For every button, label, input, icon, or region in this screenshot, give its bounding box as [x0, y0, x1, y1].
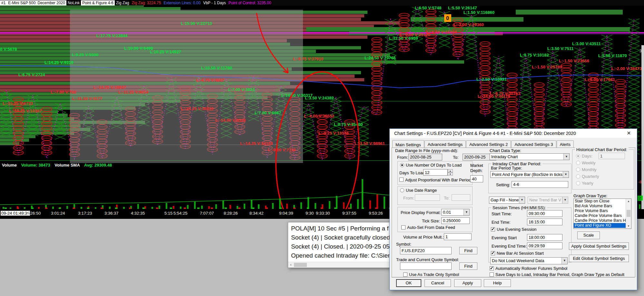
titlebar-segment[interactable]: Point & Figure 4-6: [81, 0, 115, 5]
chart-data-type-combo[interactable]: Intraday Chart ▼: [490, 153, 570, 160]
chevron-down-icon[interactable]: ▼: [561, 258, 567, 264]
scale-button[interactable]: Scale: [577, 231, 600, 239]
tab-advanced-settings-2[interactable]: Advanced Settings 2: [466, 140, 511, 148]
titlebar-segment[interactable]: #1: [0, 0, 7, 5]
svg-text:L:-3.00 V:29360: L:-3.00 V:29360: [454, 22, 484, 27]
weekend-data-combo[interactable]: Do Not Load Weekend Data ▼: [490, 257, 568, 264]
range-from-field[interactable]: [415, 194, 440, 201]
evening-end-time-field[interactable]: [527, 242, 562, 249]
titlebar-segment[interactable]: VbP - 1 Days: [202, 0, 227, 5]
setting-field[interactable]: [512, 181, 568, 188]
chart-settings-dialog[interactable]: Chart Settings - F.US.EPZ20 [CV] Point &…: [389, 128, 637, 290]
use-as-trade-only-checkbox[interactable]: [403, 272, 407, 277]
titlebar-segment[interactable]: Zig Zag: [115, 0, 131, 5]
historical-monthly-label: Monthly: [582, 167, 597, 172]
titlebar-segment[interactable]: Zig Zag: 3224.75: [131, 0, 162, 5]
graph-draw-type-item[interactable]: Point and Figure XO: [574, 223, 631, 228]
save-defaults-checkbox[interactable]: [490, 272, 494, 277]
use-evening-session-checkbox[interactable]: [491, 227, 495, 231]
new-trend-bar-value: New Trend Bar V: [529, 198, 562, 202]
chevron-down-icon[interactable]: ▼: [562, 197, 568, 203]
scrollbar-thumb[interactable]: [294, 263, 307, 267]
graph-draw-type-item[interactable]: Stair Step on Close: [574, 199, 631, 204]
trade-symbol-find-button[interactable]: Find: [459, 262, 477, 270]
edit-global-symbol-settings-button[interactable]: Edit Global Symbol Settings: [569, 255, 629, 262]
new-bar-at-session-start-checkbox[interactable]: [491, 251, 495, 255]
spinner-up-icon[interactable]: ▲: [448, 169, 453, 172]
gap-fill-combo[interactable]: Gap Fill - None ▼: [489, 197, 525, 204]
time-axis-label: 8:28:26: [224, 211, 238, 216]
svg-text:L:-11.25 V:9654: L:-11.25 V:9654: [118, 90, 149, 95]
historical-yearly-radio[interactable]: [576, 181, 580, 185]
svg-text:L:-11.50 V:4177: L:-11.50 V:4177: [72, 96, 102, 101]
market-depth-field[interactable]: [470, 175, 483, 182]
tick-size-field[interactable]: [441, 217, 470, 224]
scroll-down-icon[interactable]: ▼: [626, 224, 631, 229]
tab-advanced-settings-3[interactable]: Advanced Settings 3: [511, 140, 556, 148]
svg-text:L:-0.50 V:25120: L:-0.50 V:25120: [400, 32, 430, 37]
auto-rollover-checkbox[interactable]: [490, 266, 494, 270]
use-date-range-radio[interactable]: [400, 188, 404, 192]
chevron-down-icon[interactable]: ▼: [563, 171, 569, 178]
titlebar-segment[interactable]: NoLink: [66, 0, 81, 5]
time-axis-label: 09-24 01:49:35: [1, 211, 30, 216]
trade-symbol-field[interactable]: [400, 262, 452, 270]
spinner-down-icon[interactable]: ▼: [448, 172, 453, 176]
historical-days-field[interactable]: [599, 153, 625, 159]
evening-start-field[interactable]: [527, 234, 562, 241]
tab-alerts[interactable]: Alerts: [557, 140, 574, 148]
new-trend-bar-combo[interactable]: New Trend Bar V ▼: [528, 197, 568, 204]
adjust-proportional-checkbox[interactable]: [399, 178, 404, 182]
start-time-field[interactable]: [527, 210, 562, 217]
historical-monthly-radio[interactable]: [576, 168, 580, 172]
svg-text:-8: -8: [638, 180, 642, 184]
volume-at-price-mult-field[interactable]: [444, 233, 472, 240]
scroll-left-icon[interactable]: ‹: [288, 262, 294, 268]
range-to-field[interactable]: [452, 194, 470, 201]
chevron-down-icon[interactable]: ▼: [519, 197, 525, 203]
svg-text:L:7.00 V:3034: L:7.00 V:3034: [228, 87, 255, 92]
list-vertical-scrollbar[interactable]: ▲ ▼: [626, 199, 631, 229]
range-from-label: From:: [403, 196, 414, 200]
days-to-load-field[interactable]: [423, 169, 448, 176]
scrollbar-thumb[interactable]: [627, 210, 630, 217]
help-button[interactable]: Help: [484, 279, 511, 287]
ok-button[interactable]: OK: [396, 279, 421, 287]
setting-label: Setting:: [496, 182, 510, 187]
graph-draw-type-item[interactable]: Price Volume Bars: [574, 209, 631, 213]
dialog-titlebar[interactable]: Chart Settings - F.US.EPZ20 [CV] Point &…: [390, 129, 637, 138]
symbol-find-button[interactable]: Find: [459, 247, 477, 254]
time-axis-label: 9:30: [306, 211, 314, 216]
apply-global-symbol-settings-button[interactable]: Apply Global Symbol Settings: [569, 242, 629, 250]
cancel-button[interactable]: Cancel: [424, 279, 451, 287]
titlebar-segment[interactable]: E-Mini S&P 500: December 2020: [7, 0, 66, 5]
end-time-field[interactable]: [527, 219, 562, 225]
graph-draw-type-item[interactable]: Bid Ask Volume Bars: [574, 204, 631, 209]
chart-data-type-value: Intraday Chart: [491, 154, 563, 159]
historical-weekly-radio[interactable]: [576, 161, 580, 165]
bar-period-type-combo[interactable]: Point And Figure Bar (BoxSize in ticks ▼: [490, 171, 569, 178]
close-icon[interactable]: ✕: [625, 130, 632, 136]
scroll-up-icon[interactable]: ▲: [626, 199, 631, 204]
tab-advanced-settings[interactable]: Advanced Settings: [424, 140, 466, 148]
svg-text:L:6.50 V:5748: L:6.50 V:5748: [415, 5, 441, 10]
historical-days-radio[interactable]: [576, 154, 580, 158]
price-display-format-combo[interactable]: 0.01 ▼: [441, 209, 470, 216]
chevron-down-icon[interactable]: ▼: [463, 209, 469, 215]
date-from-field[interactable]: [408, 154, 442, 160]
price-display-format-label: Price Display Format:: [401, 210, 441, 215]
titlebar-segment[interactable]: Point of Control: 3235.00: [227, 0, 273, 5]
symbol-field[interactable]: [400, 247, 452, 254]
historical-quarterly-radio[interactable]: [576, 174, 580, 179]
titlebar-segment[interactable]: Extension Lines: 0.00: [162, 0, 202, 5]
graph-draw-type-item[interactable]: Candle Price Volume Bars: [574, 213, 631, 218]
auto-set-checkbox[interactable]: [401, 225, 405, 230]
graph-draw-type-item[interactable]: Candle Price Volume Bars Holl: [574, 218, 631, 223]
chevron-down-icon[interactable]: ▼: [563, 154, 569, 160]
graph-draw-type-list[interactable]: Stair Step on CloseBid Ask Volume BarsPr…: [573, 199, 631, 229]
svg-text:L:-15.25 V:6723: L:-15.25 V:6723: [3, 101, 33, 106]
use-number-of-days-radio[interactable]: [400, 163, 404, 167]
apply-button[interactable]: Apply: [454, 279, 481, 287]
svg-text:L:-10.25 V:10387: L:-10.25 V:10387: [9, 108, 42, 113]
end-time-label: End Time:: [492, 220, 511, 225]
